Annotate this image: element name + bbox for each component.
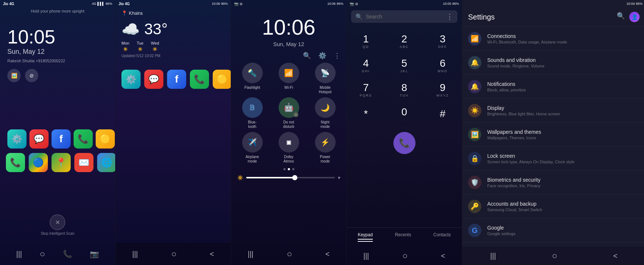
settings-sounds[interactable]: 🔔 Sounds and vibration Sound mode, Ringt… bbox=[462, 51, 644, 75]
biometrics-sub: Face recognition, Iris, Privacy bbox=[487, 184, 640, 188]
dial-num-4: 4 bbox=[363, 57, 369, 69]
qs-dnd[interactable]: 🤖 ⊖ Do notdisturb bbox=[272, 97, 305, 129]
dial-hash[interactable]: # bbox=[424, 102, 462, 126]
qs-flashlight[interactable]: 🔦 Flashlight bbox=[236, 63, 269, 94]
app2-facebook[interactable]: f bbox=[167, 70, 186, 89]
search-input[interactable] bbox=[366, 14, 443, 20]
nav-menu-5[interactable]: ||| bbox=[490, 252, 496, 260]
app2-messages[interactable]: 💬 bbox=[144, 70, 163, 89]
qs-dolby-btn[interactable]: ▣ bbox=[279, 132, 299, 153]
settings-biometrics[interactable]: 🛡️ Biometrics and security Face recognit… bbox=[462, 171, 644, 195]
nav-back-2[interactable]: < bbox=[210, 250, 214, 258]
qs-power-label: Powermode bbox=[320, 155, 330, 164]
display-sub: Brightness, Blue light filter, Home scre… bbox=[487, 112, 640, 116]
dial-0[interactable]: 0 · bbox=[385, 102, 423, 126]
settings-display[interactable]: ☀️ Display Brightness, Blue light filter… bbox=[462, 99, 644, 123]
qs-wifi[interactable]: 📶 Wi-Fi bbox=[272, 63, 305, 94]
tab-recents[interactable]: Recents bbox=[395, 231, 411, 242]
nav-home-2[interactable]: ○ bbox=[171, 249, 177, 259]
app-maps[interactable]: 📍 bbox=[52, 153, 71, 172]
search-bar[interactable]: 🔍 ⋮ bbox=[351, 10, 457, 23]
qs-airplane[interactable]: ✈️ Airplanemode bbox=[236, 132, 269, 164]
qs-night-mode-btn[interactable]: 🌙 bbox=[315, 97, 336, 118]
qs-hotspot[interactable]: 📡 MobileHotspot bbox=[308, 63, 342, 94]
notifications-text: Notifications Block, allow, prioritize bbox=[487, 81, 640, 92]
dial-4[interactable]: 4 GHI bbox=[347, 53, 385, 77]
nav-back-5[interactable]: < bbox=[613, 252, 618, 260]
dial-7[interactable]: 7 PQRS bbox=[347, 77, 385, 102]
app-chromev[interactable]: 🔵 bbox=[29, 153, 48, 172]
nav-menu-3[interactable]: ||| bbox=[248, 250, 254, 258]
brightness-slider[interactable] bbox=[246, 177, 335, 178]
dot-3 bbox=[292, 168, 294, 170]
qs-search-icon[interactable]: 🔍 bbox=[303, 52, 311, 60]
qs-power[interactable]: ⚡ Powermode bbox=[308, 132, 342, 164]
forecast-wed: Wed ☀️ bbox=[151, 41, 159, 52]
settings-wallpapers[interactable]: 🖼️ Wallpapers and themes Wallpapers, The… bbox=[462, 123, 644, 147]
qs-dolby[interactable]: ▣ DolbyAtmos bbox=[272, 132, 305, 164]
app-facebook[interactable]: f bbox=[52, 129, 71, 149]
qs-airplane-btn[interactable]: ✈️ bbox=[242, 132, 263, 153]
nav-menu-2[interactable]: ||| bbox=[132, 250, 138, 258]
dial-1[interactable]: 1 QD bbox=[347, 29, 385, 53]
dial-9[interactable]: 9 WXYZ bbox=[424, 77, 462, 102]
nav-home-5[interactable]: ○ bbox=[552, 251, 558, 261]
settings-accounts[interactable]: 🔑 Accounts and backup Samsung Cloud, Sma… bbox=[462, 195, 644, 219]
dial-6[interactable]: 6 MNO bbox=[424, 53, 462, 77]
connections-text: Connections Wi-Fi, Bluetooth, Data usage… bbox=[487, 33, 640, 44]
nav-home-1[interactable]: ○ bbox=[40, 249, 45, 259]
dial-star[interactable]: * bbox=[347, 102, 385, 126]
do-not-disturb-btn[interactable]: ⊘ bbox=[25, 69, 38, 82]
settings-notifications[interactable]: 🔔 Notifications Block, allow, prioritize bbox=[462, 75, 644, 99]
tab-contacts[interactable]: Contacts bbox=[433, 231, 450, 242]
app2-whatsapp[interactable]: 📞 bbox=[190, 70, 209, 89]
nav-menu-4[interactable]: ||| bbox=[363, 252, 369, 260]
qs-more-icon[interactable]: ⋮ bbox=[334, 52, 340, 60]
more-options-icon[interactable]: ⋮ bbox=[446, 13, 453, 21]
app-whatsapp[interactable]: 📞 bbox=[74, 129, 93, 149]
settings-connections[interactable]: 📶 Connections Wi-Fi, Bluetooth, Data usa… bbox=[462, 27, 644, 51]
qs-night-mode[interactable]: 🌙 Nightmode bbox=[308, 97, 342, 129]
settings-search-icon[interactable]: 🔍 bbox=[617, 12, 625, 22]
app2-settings[interactable]: ⚙️ bbox=[121, 70, 141, 89]
qs-bluetooth-btn[interactable]: 𝔹 bbox=[242, 97, 263, 118]
photo-icon-btn[interactable]: 🖼️ bbox=[7, 69, 21, 82]
brightness-expand-icon[interactable]: ▾ bbox=[338, 175, 340, 181]
app-messages[interactable]: 💬 bbox=[29, 129, 49, 149]
tab-keypad[interactable]: Keypad bbox=[358, 231, 373, 242]
nav-menu-1[interactable]: ||| bbox=[16, 250, 22, 258]
app2-swiggy[interactable]: 🟡 bbox=[213, 70, 231, 89]
nav-back-4[interactable]: < bbox=[441, 252, 445, 260]
call-button[interactable]: 📞 bbox=[393, 132, 415, 154]
nav-phone-1[interactable]: 📞 bbox=[63, 250, 72, 258]
google-text: Google Google settings bbox=[487, 225, 640, 236]
settings-google[interactable]: G Google Google settings bbox=[462, 219, 644, 243]
dial-2[interactable]: 2 ABC bbox=[385, 29, 423, 53]
qs-dnd-btn[interactable]: 🤖 ⊖ bbox=[279, 97, 299, 118]
dial-5[interactable]: 5 JKL bbox=[385, 53, 423, 77]
scan-cancel[interactable]: ✕ bbox=[50, 215, 65, 230]
qs-wifi-btn[interactable]: 📶 bbox=[279, 63, 299, 83]
nav-back-3[interactable]: < bbox=[325, 250, 330, 258]
app-chrome[interactable]: 🌐 bbox=[97, 153, 115, 172]
qs-power-btn[interactable]: ⚡ bbox=[315, 132, 336, 153]
nav-camera-1[interactable]: 📷 bbox=[90, 250, 99, 258]
qs-flashlight-btn[interactable]: 🔦 bbox=[242, 63, 263, 83]
app-settings[interactable]: ⚙️ bbox=[7, 129, 26, 149]
brightness-control[interactable]: ☀️ ▾ bbox=[231, 175, 346, 181]
qs-settings-icon[interactable]: ⚙️ bbox=[318, 52, 326, 60]
forecast-tue: Tue ☀️ bbox=[137, 41, 144, 52]
app-phone[interactable]: 📞 bbox=[6, 153, 25, 172]
nav-home-4[interactable]: ○ bbox=[402, 251, 408, 261]
app-gmail[interactable]: ✉️ bbox=[74, 153, 93, 172]
qs-dots bbox=[231, 164, 346, 175]
app-swiggy[interactable]: 🟡 bbox=[96, 129, 115, 149]
settings-avatar[interactable]: 👤 bbox=[629, 12, 640, 22]
nav-home-3[interactable]: ○ bbox=[287, 249, 292, 259]
qs-hotspot-btn[interactable]: 📡 bbox=[315, 63, 336, 83]
dial-3[interactable]: 3 DEF bbox=[424, 29, 462, 53]
settings-lock-screen[interactable]: 🔒 Lock screen Screen lock type, Always O… bbox=[462, 147, 644, 171]
dial-8[interactable]: 8 TUV bbox=[385, 77, 423, 102]
qs-bluetooth[interactable]: 𝔹 Blue-tooth bbox=[236, 97, 269, 129]
brightness-thumb[interactable] bbox=[292, 175, 297, 180]
